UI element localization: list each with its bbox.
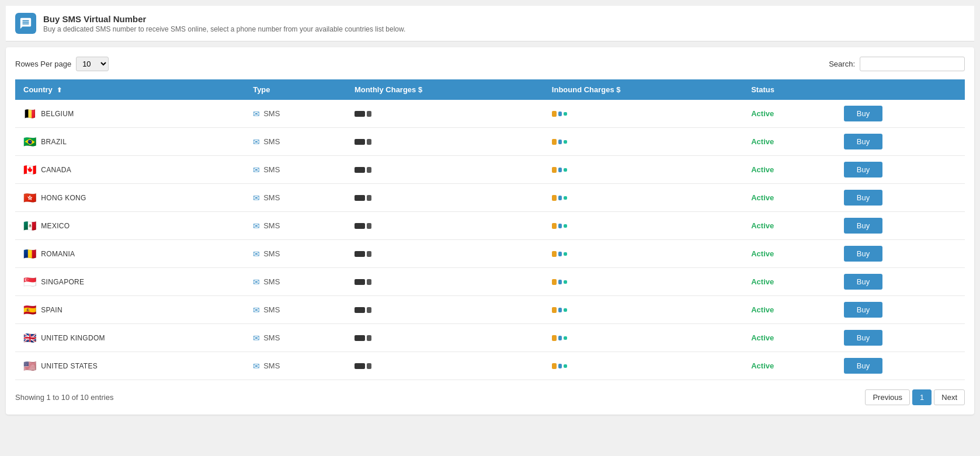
type-label: SMS — [263, 361, 280, 370]
content-card: Rowes Per page 10 25 50 100 Search: Coun… — [6, 47, 974, 415]
buy-button[interactable]: Buy — [844, 190, 882, 206]
search-input[interactable] — [860, 57, 965, 71]
type-label: SMS — [263, 333, 280, 342]
type-label: SMS — [263, 165, 280, 174]
sms-type-icon: ✉ — [253, 221, 260, 231]
status-cell: Active — [743, 296, 836, 324]
sms-type-icon: ✉ — [253, 249, 260, 259]
monthly-bar-dark — [355, 139, 365, 145]
monthly-bar-mid — [367, 167, 371, 173]
inbound-charges-cell — [544, 268, 743, 296]
monthly-bar-mid — [367, 363, 371, 369]
monthly-bar-dark — [355, 279, 365, 285]
monthly-bar-mid — [367, 139, 371, 145]
monthly-charge-vis — [355, 363, 536, 369]
type-cell: ✉ SMS — [245, 352, 346, 380]
country-name: CANADA — [41, 166, 71, 174]
country-flag: 🇺🇸 — [23, 361, 36, 371]
sms-type-icon: ✉ — [253, 361, 260, 371]
action-cell: Buy — [836, 184, 965, 212]
country-name: UNITED KINGDOM — [41, 334, 105, 342]
col-action — [836, 79, 965, 100]
table-row: 🇨🇦 CANADA ✉ SMS Active B — [15, 156, 965, 184]
inbound-bar-orange — [552, 223, 557, 229]
header-icon — [15, 13, 36, 34]
status-badge: Active — [751, 249, 774, 258]
inbound-bar-teal — [564, 308, 567, 312]
inbound-charge-vis — [552, 279, 735, 285]
buy-button[interactable]: Buy — [844, 330, 882, 346]
country-cell: 🇸🇬 SINGAPORE — [15, 268, 245, 296]
inbound-charge-vis — [552, 139, 735, 145]
page-wrapper: Buy SMS Virtual Number Buy a dedicated S… — [0, 0, 980, 456]
inbound-bar-blue — [558, 140, 562, 144]
buy-button[interactable]: Buy — [844, 302, 882, 318]
buy-button[interactable]: Buy — [844, 162, 882, 177]
monthly-bar-dark — [355, 167, 365, 173]
buy-button[interactable]: Buy — [844, 358, 882, 374]
country-flag: 🇭🇰 — [23, 193, 36, 203]
monthly-charge-vis — [355, 167, 536, 173]
rows-per-page-select[interactable]: 10 25 50 100 — [76, 57, 109, 71]
sms-type-icon: ✉ — [253, 193, 260, 203]
inbound-charges-cell — [544, 324, 743, 352]
previous-button[interactable]: Previous — [865, 389, 910, 405]
type-cell: ✉ SMS — [245, 324, 346, 352]
monthly-charges-cell — [346, 100, 544, 128]
buy-button[interactable]: Buy — [844, 218, 882, 234]
page-title: Buy SMS Virtual Number — [43, 14, 405, 24]
monthly-charges-cell — [346, 268, 544, 296]
inbound-charge-vis — [552, 167, 735, 173]
buy-button[interactable]: Buy — [844, 134, 882, 149]
status-cell: Active — [743, 156, 836, 184]
inbound-bar-teal — [564, 364, 567, 368]
table-row: 🇲🇽 MEXICO ✉ SMS Active B — [15, 212, 965, 240]
sms-icon — [19, 17, 32, 30]
status-badge: Active — [751, 193, 774, 202]
monthly-charge-vis — [355, 223, 536, 229]
inbound-charge-vis — [552, 195, 735, 201]
buy-button[interactable]: Buy — [844, 106, 882, 121]
status-badge: Active — [751, 277, 774, 286]
inbound-charges-cell — [544, 212, 743, 240]
status-badge: Active — [751, 165, 774, 174]
monthly-bar-dark — [355, 195, 365, 201]
monthly-bar-mid — [367, 279, 371, 285]
numbers-table: Country ⬆ Type Monthly Charges $ Inbound… — [15, 79, 965, 380]
page-header: Buy SMS Virtual Number Buy a dedicated S… — [6, 6, 974, 41]
country-name: BRAZIL — [41, 138, 67, 146]
inbound-bar-teal — [564, 196, 567, 200]
next-button[interactable]: Next — [934, 389, 965, 405]
inbound-charge-vis — [552, 307, 735, 313]
inbound-charges-cell — [544, 100, 743, 128]
country-cell: 🇧🇪 BELGIUM — [15, 100, 245, 128]
inbound-charge-vis — [552, 251, 735, 257]
sms-type-icon: ✉ — [253, 277, 260, 287]
sms-type-icon: ✉ — [253, 333, 260, 343]
status-badge: Active — [751, 305, 774, 314]
col-inbound: Inbound Charges $ — [544, 79, 743, 100]
inbound-charges-cell — [544, 352, 743, 380]
page-subtitle: Buy a dedicated SMS number to receive SM… — [43, 25, 405, 33]
inbound-charges-cell — [544, 128, 743, 156]
status-badge: Active — [751, 333, 774, 342]
monthly-charges-cell — [346, 324, 544, 352]
status-badge: Active — [751, 221, 774, 230]
inbound-bar-orange — [552, 251, 557, 257]
monthly-bar-mid — [367, 111, 371, 117]
monthly-bar-dark — [355, 223, 365, 229]
status-badge: Active — [751, 137, 774, 146]
table-header: Country ⬆ Type Monthly Charges $ Inbound… — [15, 79, 965, 100]
status-badge: Active — [751, 109, 774, 118]
type-label: SMS — [263, 221, 280, 230]
col-country[interactable]: Country ⬆ — [15, 79, 245, 100]
buy-button[interactable]: Buy — [844, 274, 882, 290]
inbound-bar-orange — [552, 279, 557, 285]
buy-button[interactable]: Buy — [844, 246, 882, 262]
sort-icon-country: ⬆ — [57, 86, 62, 93]
table-row: 🇺🇸 UNITED STATES ✉ SMS Active — [15, 352, 965, 380]
monthly-bar-dark — [355, 363, 365, 369]
page-1-button[interactable]: 1 — [912, 389, 932, 405]
country-name: HONG KONG — [41, 194, 86, 202]
monthly-bar-mid — [367, 335, 371, 341]
